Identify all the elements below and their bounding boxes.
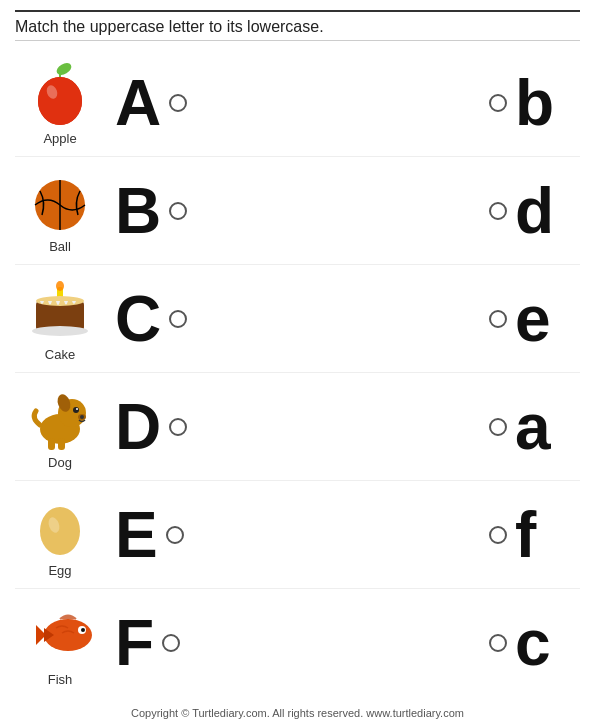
item-label-ball: Ball <box>49 239 71 254</box>
svg-rect-19 <box>48 438 55 450</box>
item-label-cake: Cake <box>45 347 75 362</box>
item-label-egg: Egg <box>48 563 71 578</box>
right-pair-a: a <box>460 395 580 459</box>
item-image-egg: Egg <box>15 491 105 578</box>
lower-c: c <box>515 611 570 675</box>
upper-letter-C: C <box>105 287 215 351</box>
radio-f[interactable] <box>489 526 507 544</box>
item-image-apple: Apple <box>15 59 105 146</box>
egg-icon <box>26 491 94 559</box>
lower-d: d <box>515 179 570 243</box>
upper-letter-F: F <box>105 611 215 675</box>
right-pair-e: e <box>460 287 580 351</box>
radio-b[interactable] <box>489 94 507 112</box>
row-ball: Ball B d <box>15 157 580 265</box>
title-bar: Match the uppercase letter to its lowerc… <box>15 10 580 41</box>
lower-e: e <box>515 287 570 351</box>
item-image-cake: Cake <box>15 275 105 362</box>
radio-e[interactable] <box>489 310 507 328</box>
svg-point-0 <box>55 61 74 78</box>
svg-point-3 <box>38 77 82 125</box>
radio-E[interactable] <box>166 526 184 544</box>
letter-E: E <box>115 503 158 567</box>
radio-D[interactable] <box>169 418 187 436</box>
page-title: Match the uppercase letter to its lowerc… <box>15 18 324 35</box>
cake-icon <box>26 275 94 343</box>
svg-point-16 <box>76 408 78 410</box>
radio-C[interactable] <box>169 310 187 328</box>
radio-d[interactable] <box>489 202 507 220</box>
svg-point-11 <box>32 326 88 336</box>
item-label-apple: Apple <box>43 131 76 146</box>
upper-letter-E: E <box>105 503 215 567</box>
item-label-fish: Fish <box>48 672 73 687</box>
svg-point-18 <box>80 415 84 419</box>
dog-icon <box>26 383 94 451</box>
upper-letter-A: A <box>105 71 215 135</box>
row-egg: Egg E f <box>15 481 580 589</box>
row-dog: Dog D a <box>15 373 580 481</box>
lower-a: a <box>515 395 570 459</box>
right-pair-f: f <box>460 503 580 567</box>
item-label-dog: Dog <box>48 455 72 470</box>
item-image-fish: Fish <box>15 600 105 687</box>
row-cake: Cake C e <box>15 265 580 373</box>
radio-F[interactable] <box>162 634 180 652</box>
right-pair-b: b <box>460 71 580 135</box>
right-pair-c: c <box>460 611 580 675</box>
item-image-dog: Dog <box>15 383 105 470</box>
page: Match the uppercase letter to its lowerc… <box>0 0 595 725</box>
row-fish: Fish F c <box>15 589 580 697</box>
svg-point-15 <box>73 407 79 413</box>
footer: Copyright © Turtlediary.com. All rights … <box>0 707 595 719</box>
upper-letter-D: D <box>105 395 215 459</box>
letter-B: B <box>115 179 161 243</box>
letter-A: A <box>115 71 161 135</box>
radio-B[interactable] <box>169 202 187 220</box>
rows-container: Apple A b B <box>15 49 580 697</box>
right-pair-d: d <box>460 179 580 243</box>
letter-F: F <box>115 611 154 675</box>
radio-c[interactable] <box>489 634 507 652</box>
footer-text: Copyright © Turtlediary.com. All rights … <box>131 707 464 719</box>
apple-icon <box>26 59 94 127</box>
lower-b: b <box>515 71 570 135</box>
svg-point-27 <box>81 628 85 632</box>
lower-f: f <box>515 503 570 567</box>
radio-a[interactable] <box>489 418 507 436</box>
radio-A[interactable] <box>169 94 187 112</box>
ball-icon <box>26 167 94 235</box>
svg-rect-20 <box>58 438 65 450</box>
row-apple: Apple A b <box>15 49 580 157</box>
svg-point-8 <box>56 281 64 291</box>
letter-C: C <box>115 287 161 351</box>
item-image-ball: Ball <box>15 167 105 254</box>
svg-point-21 <box>40 507 80 555</box>
upper-letter-B: B <box>105 179 215 243</box>
fish-icon <box>26 600 94 668</box>
letter-D: D <box>115 395 161 459</box>
